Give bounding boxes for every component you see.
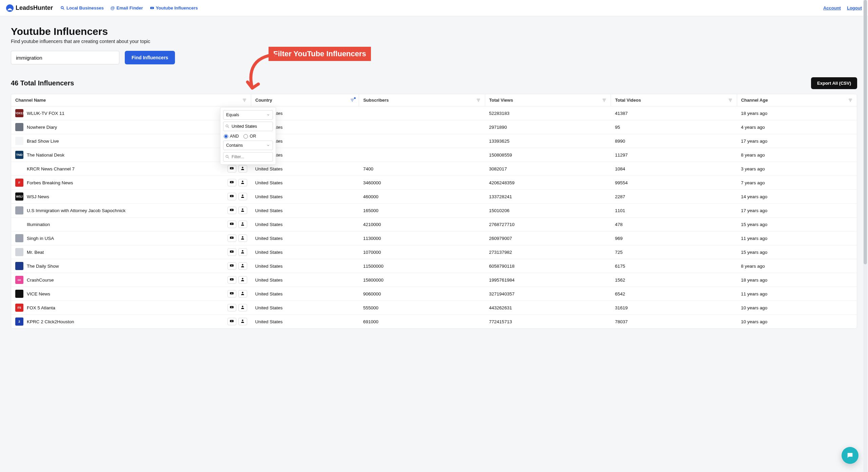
col-total-videos[interactable]: Total Videos — [615, 98, 641, 103]
or-radio-input[interactable] — [243, 134, 248, 139]
scrollbar-thumb[interactable] — [864, 0, 867, 264]
cell-subscribers: 691000 — [359, 315, 485, 329]
results-table-wrap: Channel Name Country — [11, 94, 857, 329]
view-profile-button[interactable] — [238, 318, 247, 325]
filter-icon-videos[interactable] — [728, 98, 733, 103]
cell-subscribers — [359, 120, 485, 134]
cell-videos: 6175 — [611, 259, 737, 273]
cell-views: 443262631 — [485, 301, 611, 315]
nav-email-finder[interactable]: @ Email Finder — [111, 5, 143, 11]
filter-operator-2[interactable]: Contains — [223, 141, 273, 150]
view-profile-button[interactable] — [238, 221, 247, 228]
open-youtube-button[interactable] — [228, 221, 236, 228]
open-youtube-button[interactable] — [228, 165, 236, 172]
cell-views: 2768727710 — [485, 218, 611, 231]
open-youtube-button[interactable] — [228, 234, 236, 242]
col-channel-age[interactable]: Channel Age — [741, 98, 768, 103]
view-profile-button[interactable] — [238, 304, 247, 311]
youtube-icon — [230, 166, 234, 171]
youtube-icon — [150, 6, 154, 10]
open-youtube-button[interactable] — [228, 304, 236, 311]
svg-point-30 — [242, 167, 243, 168]
filter-icon-name[interactable] — [242, 98, 247, 103]
filter-and-radio[interactable]: AND — [224, 134, 239, 139]
cell-subscribers: 9060000 — [359, 287, 485, 301]
filter-operator-1[interactable]: Equals — [223, 110, 273, 120]
filter-icon-views[interactable] — [602, 98, 607, 103]
cell-subscribers: 7400 — [359, 162, 485, 176]
table-row: TNDThe National DeskUnited States1508085… — [11, 148, 857, 162]
cell-country: United States — [251, 176, 359, 190]
cell-country: United States — [251, 287, 359, 301]
table-row: Brad Show LiveUnited States1339362589901… — [11, 134, 857, 148]
cell-age: 11 years ago — [737, 287, 857, 301]
svg-point-46 — [242, 278, 243, 279]
cell-country: United States — [251, 190, 359, 204]
cell-country: United States — [251, 218, 359, 231]
nav-local-businesses[interactable]: Local Businesses — [60, 5, 104, 11]
cell-age: 10 years ago — [737, 301, 857, 315]
filter-value-2-input[interactable] — [223, 152, 273, 162]
nav-youtube-influencers[interactable]: Youtube Influencers — [150, 5, 198, 11]
channel-avatar — [15, 234, 23, 242]
export-csv-button[interactable]: Export All (CSV) — [811, 77, 857, 89]
cell-views: 52283183 — [485, 106, 611, 120]
and-radio-input[interactable] — [224, 134, 228, 139]
logo[interactable]: LeadsHunter — [6, 4, 53, 12]
open-youtube-button[interactable] — [228, 276, 236, 284]
svg-point-55 — [226, 155, 228, 158]
filter-icon-subs[interactable] — [476, 98, 481, 103]
channel-avatar: F — [15, 179, 23, 187]
open-youtube-button[interactable] — [228, 318, 236, 325]
logout-link[interactable]: Logout — [847, 5, 862, 11]
svg-point-53 — [226, 125, 228, 127]
view-profile-button[interactable] — [238, 207, 247, 214]
search-icon — [225, 155, 230, 159]
cell-age: 18 years ago — [737, 106, 857, 120]
open-youtube-button[interactable] — [228, 193, 236, 200]
cell-views: 133728241 — [485, 190, 611, 204]
find-influencers-button[interactable]: Find Influencers — [125, 51, 175, 64]
chevron-down-icon — [267, 113, 270, 117]
cell-subscribers: 555000 — [359, 301, 485, 315]
view-profile-button[interactable] — [238, 248, 247, 256]
view-profile-button[interactable] — [238, 290, 247, 297]
col-channel-name[interactable]: Channel Name — [15, 98, 46, 103]
cell-age: 15 years ago — [737, 218, 857, 231]
account-link[interactable]: Account — [823, 5, 841, 11]
results-table: Channel Name Country — [11, 94, 857, 328]
topic-input[interactable] — [11, 51, 119, 64]
cell-country: United States — [251, 273, 359, 287]
person-icon — [240, 263, 245, 269]
view-profile-button[interactable] — [238, 179, 247, 186]
cell-country: United States — [251, 301, 359, 315]
col-subscribers[interactable]: Subscribers — [363, 98, 389, 103]
filter-icon-country[interactable] — [350, 98, 355, 103]
open-youtube-button[interactable] — [228, 248, 236, 256]
scrollbar[interactable] — [863, 0, 867, 342]
cell-subscribers: 1130000 — [359, 231, 485, 245]
view-profile-button[interactable] — [238, 262, 247, 270]
cell-videos: 31619 — [611, 301, 737, 315]
filter-value-1-input[interactable] — [223, 122, 273, 131]
cell-subscribers: 15800000 — [359, 273, 485, 287]
filter-icon-age[interactable] — [848, 98, 853, 103]
search-icon — [60, 6, 65, 10]
col-total-views[interactable]: Total Views — [489, 98, 513, 103]
view-profile-button[interactable] — [238, 276, 247, 284]
annotation-callout: Filter YouTube Influencers — [269, 47, 371, 61]
col-country[interactable]: Country — [255, 98, 272, 103]
table-row: FForbes Breaking NewsUnited States346000… — [11, 176, 857, 190]
view-profile-button[interactable] — [238, 193, 247, 200]
open-youtube-button[interactable] — [228, 207, 236, 214]
open-youtube-button[interactable] — [228, 262, 236, 270]
youtube-icon — [230, 291, 234, 296]
view-profile-button[interactable] — [238, 165, 247, 172]
open-youtube-button[interactable] — [228, 179, 236, 186]
svg-point-36 — [242, 208, 243, 210]
cell-videos: 6542 — [611, 287, 737, 301]
open-youtube-button[interactable] — [228, 290, 236, 297]
channel-name: Brad Show Live — [27, 139, 59, 144]
filter-or-radio[interactable]: OR — [243, 134, 256, 139]
view-profile-button[interactable] — [238, 234, 247, 242]
